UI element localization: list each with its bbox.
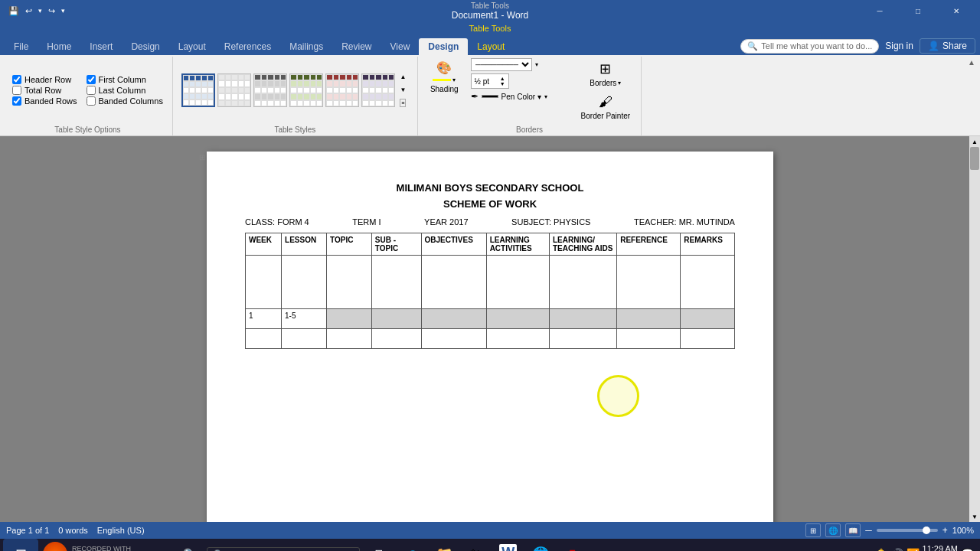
print-layout-view-btn[interactable]: ⊞ bbox=[805, 523, 821, 537]
th-week[interactable]: WEEK bbox=[246, 233, 282, 256]
taskbar-volume-icon[interactable]: 🔊 bbox=[890, 548, 903, 551]
pt-up-arrow[interactable]: ▲ bbox=[500, 76, 505, 81]
customize-qat-button[interactable]: ▾ bbox=[59, 5, 67, 16]
start-button[interactable]: ⊞ bbox=[3, 539, 38, 551]
zoom-slider[interactable] bbox=[877, 529, 938, 532]
td-objectives-1[interactable] bbox=[421, 309, 486, 329]
taskbar-explorer[interactable]: 📁 bbox=[429, 539, 459, 551]
taskbar-word[interactable]: W bbox=[493, 539, 524, 551]
sign-in-button[interactable]: Sign in bbox=[885, 41, 913, 51]
td-activities-3[interactable] bbox=[486, 329, 549, 349]
scroll-track[interactable] bbox=[969, 147, 980, 511]
tab-insert[interactable]: Insert bbox=[80, 38, 122, 55]
zoom-thumb[interactable] bbox=[923, 527, 930, 534]
tab-design[interactable]: Design bbox=[122, 38, 168, 55]
td-remarks-3[interactable] bbox=[681, 329, 735, 349]
close-button[interactable]: ✕ bbox=[939, 0, 974, 21]
td-objectives-3[interactable] bbox=[421, 329, 486, 349]
tell-me-input[interactable]: 🔍 Tell me what you want to do... bbox=[740, 39, 879, 54]
save-qat-button[interactable]: 💾 bbox=[6, 5, 21, 18]
th-lesson[interactable]: LESSON bbox=[282, 233, 327, 256]
th-topic[interactable]: TOPIC bbox=[327, 233, 372, 256]
taskbar-clock[interactable]: 11:29 AM 9/2/2017 bbox=[923, 543, 958, 551]
vertical-scrollbar[interactable]: ▲ ▼ bbox=[969, 136, 980, 522]
scroll-down-arrow[interactable]: ▼ bbox=[969, 511, 980, 522]
zoom-in-btn[interactable]: + bbox=[942, 525, 948, 536]
table-style-swatch-3[interactable] bbox=[253, 73, 287, 107]
td-ref-empty[interactable] bbox=[617, 256, 681, 309]
taskbar-action-center[interactable]: 💬 bbox=[961, 548, 974, 551]
last-column-checkbox[interactable] bbox=[87, 86, 96, 95]
first-column-checkbox[interactable] bbox=[87, 75, 96, 84]
banded-rows-checkbox-row[interactable]: Banded Rows bbox=[12, 96, 77, 106]
borders-dropdown[interactable]: ▾ bbox=[618, 80, 621, 86]
td-lesson-3[interactable] bbox=[282, 329, 327, 349]
web-layout-view-btn[interactable]: 🌐 bbox=[825, 523, 841, 537]
tab-references[interactable]: References bbox=[215, 38, 280, 55]
borders-button[interactable]: ⊞ Borders ▾ bbox=[585, 58, 626, 90]
taskbar-task-view[interactable]: ⧉ bbox=[364, 539, 395, 551]
tab-view[interactable]: View bbox=[381, 38, 420, 55]
banded-rows-checkbox[interactable] bbox=[12, 96, 21, 106]
tab-file[interactable]: File bbox=[5, 38, 38, 55]
td-subtopic-3[interactable] bbox=[371, 329, 421, 349]
border-painter-button[interactable]: 🖌 Border Painter bbox=[577, 92, 635, 122]
banded-columns-checkbox-row[interactable]: Banded Columns bbox=[87, 96, 163, 106]
td-activities-empty[interactable] bbox=[486, 256, 549, 309]
minimize-button[interactable]: ─ bbox=[862, 0, 897, 21]
first-column-checkbox-row[interactable]: First Column bbox=[87, 75, 163, 84]
ribbon-scroll-up[interactable]: ▲ bbox=[966, 57, 977, 68]
table-styles-dropdown[interactable]: ▲ ▼ ≡ bbox=[397, 72, 408, 109]
table-style-swatch-2[interactable] bbox=[217, 73, 251, 107]
td-subtopic-1[interactable] bbox=[371, 309, 421, 329]
table-style-swatch-4[interactable] bbox=[289, 73, 323, 107]
td-remarks-empty[interactable] bbox=[681, 256, 735, 309]
read-mode-btn[interactable]: 📖 bbox=[845, 523, 861, 537]
scroll-up-arrow[interactable]: ▲ bbox=[969, 136, 980, 147]
td-topic-empty[interactable] bbox=[327, 256, 372, 309]
th-reference[interactable]: REFERENCE bbox=[617, 233, 681, 256]
redo-qat-button[interactable]: ↪ bbox=[46, 5, 57, 18]
table-row[interactable]: 1 1-5 bbox=[246, 309, 735, 329]
tab-layout-tt[interactable]: Layout bbox=[468, 38, 514, 55]
td-lesson-1[interactable]: 1-5 bbox=[282, 309, 327, 329]
header-row-checkbox-row[interactable]: Header Row bbox=[12, 75, 77, 84]
th-learning-activities[interactable]: LEARNING ACTIVITIES bbox=[486, 233, 549, 256]
td-topic-3[interactable] bbox=[327, 329, 372, 349]
add-table-icon[interactable]: ⊞ bbox=[199, 153, 205, 161]
td-subtopic-empty[interactable] bbox=[371, 256, 421, 309]
scroll-thumb[interactable] bbox=[970, 147, 979, 170]
th-objectives[interactable]: OBJECTIVES bbox=[421, 233, 486, 256]
th-learning-aids[interactable]: LEARNING/TEACHING AIDS bbox=[549, 233, 616, 256]
tab-mailings[interactable]: Mailings bbox=[280, 38, 332, 55]
undo-arrow[interactable]: ▾ bbox=[36, 5, 44, 16]
taskbar-notification-icon[interactable]: 🔔 bbox=[874, 548, 887, 551]
pen-color-dropdown[interactable]: ▾ bbox=[544, 93, 547, 100]
taskbar-store[interactable]: 🛍 bbox=[461, 539, 492, 551]
td-aids-empty[interactable] bbox=[549, 256, 616, 309]
td-objectives-empty[interactable] bbox=[421, 256, 486, 309]
td-topic-1[interactable] bbox=[327, 309, 372, 329]
td-remarks-1[interactable] bbox=[681, 309, 735, 329]
td-week-1[interactable]: 1 bbox=[246, 309, 282, 329]
th-subtopic[interactable]: SUB -TOPIC bbox=[371, 233, 421, 256]
header-row-checkbox[interactable] bbox=[12, 75, 21, 84]
td-aids-3[interactable] bbox=[549, 329, 616, 349]
undo-qat-button[interactable]: ↩ bbox=[23, 5, 34, 18]
tab-home[interactable]: Home bbox=[38, 38, 80, 55]
share-button[interactable]: 👤 Share bbox=[920, 38, 975, 54]
td-activities-1[interactable] bbox=[486, 309, 549, 329]
tab-review[interactable]: Review bbox=[332, 38, 381, 55]
pt-down-arrow[interactable]: ▼ bbox=[500, 81, 505, 86]
maximize-button[interactable]: □ bbox=[900, 0, 936, 21]
table-row[interactable] bbox=[246, 329, 735, 349]
td-ref-1[interactable] bbox=[617, 309, 681, 329]
pt-input[interactable]: ½ pt ▲ ▼ bbox=[471, 73, 509, 89]
table-style-swatch-6[interactable] bbox=[361, 73, 395, 107]
total-row-checkbox[interactable] bbox=[12, 86, 21, 95]
taskbar-search-box[interactable]: 🔍 Search the web and Windows bbox=[207, 547, 360, 552]
taskbar-media[interactable]: ⏺ bbox=[557, 539, 588, 551]
taskbar-search[interactable]: 🔍 bbox=[175, 539, 205, 551]
table-row[interactable] bbox=[246, 256, 735, 309]
taskbar-chrome[interactable]: 🌐 bbox=[525, 539, 556, 551]
